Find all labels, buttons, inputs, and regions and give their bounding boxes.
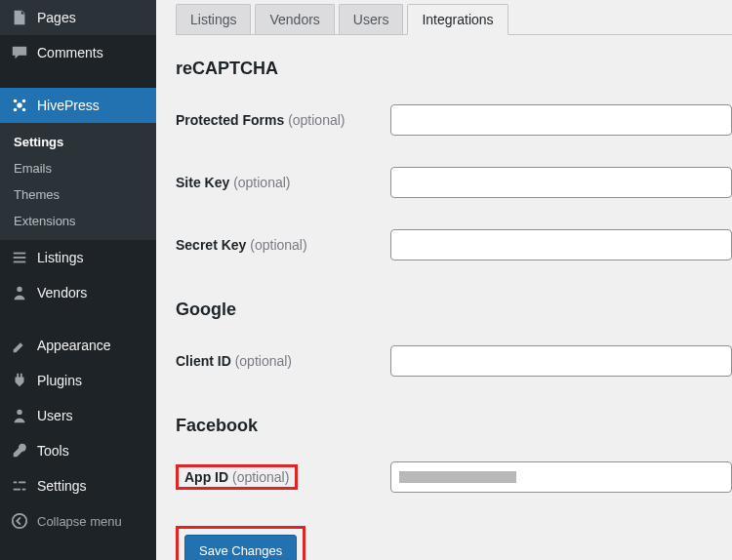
row-client-id: Client ID (optional) bbox=[176, 330, 732, 392]
submenu-emails[interactable]: Emails bbox=[0, 155, 156, 181]
menu-comments[interactable]: Comments bbox=[0, 35, 156, 70]
users-icon bbox=[10, 406, 29, 425]
tabs: Listings Vendors Users Integrations bbox=[176, 4, 732, 35]
row-protected-forms: Protected Forms (optional) bbox=[176, 89, 732, 151]
svg-point-8 bbox=[17, 287, 21, 292]
input-app-id[interactable] bbox=[390, 461, 732, 493]
menu-label: Settings bbox=[37, 478, 87, 494]
vendors-icon bbox=[10, 283, 29, 302]
heading-facebook: Facebook bbox=[176, 416, 732, 436]
svg-rect-13 bbox=[22, 489, 26, 491]
svg-rect-5 bbox=[14, 253, 26, 255]
hivepress-icon bbox=[10, 96, 29, 115]
main-content: Listings Vendors Users Integrations reCA… bbox=[156, 0, 732, 560]
submenu-hivepress: Settings Emails Themes Extensions bbox=[0, 123, 156, 240]
menu-vendors[interactable]: Vendors bbox=[0, 275, 156, 310]
menu-label: Appearance bbox=[37, 338, 111, 353]
svg-point-9 bbox=[17, 410, 21, 415]
collapse-menu[interactable]: Collapse menu bbox=[0, 503, 156, 539]
input-client-id[interactable] bbox=[390, 345, 732, 377]
svg-point-0 bbox=[17, 102, 21, 107]
menu-label: Users bbox=[37, 408, 73, 423]
menu-label: HivePress bbox=[37, 98, 100, 113]
svg-point-14 bbox=[13, 514, 26, 528]
submenu-extensions[interactable]: Extensions bbox=[0, 208, 156, 234]
menu-label: Tools bbox=[37, 443, 69, 459]
menu-plugins[interactable]: Plugins bbox=[0, 363, 156, 398]
collapse-icon bbox=[10, 511, 29, 531]
menu-appearance[interactable]: Appearance bbox=[0, 328, 156, 363]
row-app-id: App ID (optional) bbox=[176, 446, 732, 508]
menu-settings[interactable]: Settings bbox=[0, 468, 156, 503]
collapse-label: Collapse menu bbox=[37, 514, 122, 529]
settings-icon bbox=[10, 476, 29, 496]
svg-rect-11 bbox=[19, 482, 25, 484]
tab-integrations[interactable]: Integrations bbox=[407, 4, 508, 35]
input-secret-key[interactable] bbox=[390, 229, 732, 260]
svg-rect-10 bbox=[14, 482, 18, 484]
heading-recaptcha: reCAPTCHA bbox=[176, 59, 732, 79]
input-site-key[interactable] bbox=[390, 167, 732, 198]
heading-google: Google bbox=[176, 300, 732, 320]
menu-label: Pages bbox=[37, 10, 76, 25]
label-client-id: Client ID (optional) bbox=[176, 353, 390, 369]
svg-rect-7 bbox=[14, 261, 26, 263]
highlight-app-id-label: App ID (optional) bbox=[176, 464, 298, 490]
svg-point-1 bbox=[14, 100, 18, 103]
submenu-themes[interactable]: Themes bbox=[0, 181, 156, 208]
svg-point-2 bbox=[22, 100, 26, 103]
listings-icon bbox=[10, 248, 29, 267]
tab-listings[interactable]: Listings bbox=[176, 4, 251, 34]
menu-listings[interactable]: Listings bbox=[0, 240, 156, 275]
save-button[interactable]: Save Changes bbox=[184, 535, 297, 560]
svg-point-3 bbox=[14, 108, 18, 112]
tools-icon bbox=[10, 441, 29, 460]
row-secret-key: Secret Key (optional) bbox=[176, 214, 732, 276]
plugins-icon bbox=[10, 371, 29, 390]
label-secret-key: Secret Key (optional) bbox=[176, 237, 390, 253]
label-site-key: Site Key (optional) bbox=[176, 175, 390, 190]
menu-label: Listings bbox=[37, 250, 83, 265]
menu-pages[interactable]: Pages bbox=[0, 0, 156, 35]
admin-sidebar: Pages Comments HivePress Settings Emails… bbox=[0, 0, 156, 560]
label-app-id: App ID (optional) bbox=[184, 469, 289, 485]
appearance-icon bbox=[10, 336, 29, 355]
row-site-key: Site Key (optional) bbox=[176, 151, 732, 214]
comments-icon bbox=[10, 43, 29, 62]
menu-label: Plugins bbox=[37, 373, 82, 388]
tab-vendors[interactable]: Vendors bbox=[255, 4, 334, 34]
tab-users[interactable]: Users bbox=[339, 4, 404, 34]
menu-tools[interactable]: Tools bbox=[0, 433, 156, 468]
label-protected-forms: Protected Forms (optional) bbox=[176, 112, 390, 128]
pages-icon bbox=[10, 8, 29, 27]
highlight-save: Save Changes bbox=[176, 526, 305, 560]
submenu-settings[interactable]: Settings bbox=[0, 129, 156, 155]
svg-rect-6 bbox=[14, 257, 26, 259]
input-protected-forms[interactable] bbox=[390, 104, 732, 136]
svg-point-4 bbox=[22, 108, 26, 112]
redacted-value bbox=[399, 471, 516, 483]
menu-hivepress[interactable]: HivePress bbox=[0, 88, 156, 123]
menu-users[interactable]: Users bbox=[0, 398, 156, 433]
svg-rect-12 bbox=[14, 489, 20, 491]
menu-label: Vendors bbox=[37, 285, 87, 300]
menu-label: Comments bbox=[37, 45, 103, 60]
